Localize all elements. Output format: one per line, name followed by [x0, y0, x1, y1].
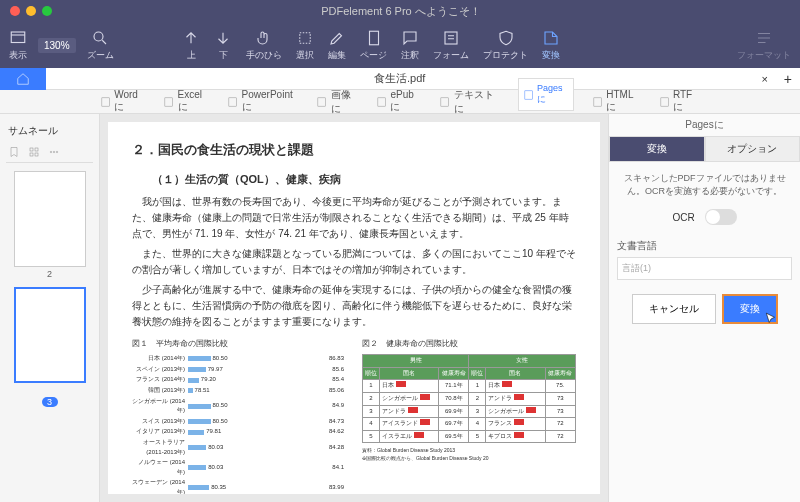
thumbnail-2[interactable] — [14, 171, 86, 267]
conv-epub[interactable]: ePubに — [376, 89, 421, 114]
svg-rect-0 — [11, 32, 25, 43]
new-tab[interactable]: + — [776, 71, 800, 87]
svg-rect-2 — [300, 32, 311, 43]
svg-rect-11 — [525, 90, 532, 98]
document-tab[interactable]: 食生活.pdf — [46, 71, 753, 86]
svg-rect-4 — [445, 32, 457, 44]
page-num-3: 3 — [42, 397, 58, 407]
svg-rect-15 — [35, 148, 38, 151]
lang-select[interactable]: 言語(1) — [617, 257, 792, 280]
svg-rect-13 — [661, 97, 668, 105]
grid-icon[interactable] — [28, 146, 40, 158]
panel-tab-convert[interactable]: 変換 — [609, 136, 705, 162]
conv-rtf[interactable]: RTFに — [659, 89, 700, 114]
cursor-icon — [764, 312, 778, 326]
page-num-2: 2 — [6, 269, 93, 279]
paragraph: また、世界的に大きな健康課題となっている肥満については、多くの国においてここ10… — [132, 246, 576, 278]
thumbnail-3[interactable] — [14, 287, 86, 383]
zoom-level[interactable]: 130% — [38, 38, 76, 53]
svg-rect-14 — [30, 148, 33, 151]
conv-excel[interactable]: Excelに — [163, 89, 209, 114]
cancel-button[interactable]: キャンセル — [632, 294, 716, 324]
home-button[interactable] — [0, 68, 46, 90]
conv-text[interactable]: テキストに — [439, 88, 500, 116]
panel-tab-options[interactable]: オプション — [705, 136, 801, 162]
conv-pages[interactable]: Pagesに — [518, 78, 574, 111]
svg-rect-3 — [369, 31, 378, 45]
note-button[interactable]: 注釈 — [398, 27, 422, 64]
svg-rect-5 — [102, 97, 109, 105]
svg-rect-8 — [318, 97, 325, 105]
bookmark-icon[interactable] — [8, 146, 20, 158]
conv-ppt[interactable]: PowerPointに — [227, 89, 298, 114]
window-title: PDFelement 6 Pro へようこそ！ — [62, 4, 740, 19]
svg-point-20 — [56, 151, 58, 153]
up-button[interactable]: 上 — [179, 27, 203, 64]
svg-point-1 — [94, 32, 103, 41]
convert-button[interactable]: 変換 — [539, 27, 563, 64]
hand-button[interactable]: 手のひら — [243, 27, 285, 64]
fig2-title: 図２ 健康寿命の国際比較 — [362, 338, 576, 351]
svg-rect-16 — [30, 153, 33, 156]
heading-2: ２．国民の食生活の現状と課題 — [132, 140, 576, 161]
heading-3: （１）生活の質（QOL）、健康、疾病 — [152, 171, 576, 189]
fig2-table: 男性女性順位国名健康寿命順位国名健康寿命1日本 71.1年1日本 75.2シンガ… — [362, 354, 576, 443]
protect-button[interactable]: プロテクト — [480, 27, 531, 64]
document-viewport[interactable]: ２．国民の食生活の現状と課題 （１）生活の質（QOL）、健康、疾病 我が国は、世… — [100, 114, 608, 502]
minimize-window[interactable] — [26, 6, 36, 16]
fig1-chart: 日本 (2014年)80.5086.83スペイン (2013年)79.9785.… — [132, 354, 346, 494]
more-icon[interactable] — [48, 146, 60, 158]
fig1-title: 図１ 平均寿命の国際比較 — [132, 338, 346, 351]
view-button[interactable]: 表示 — [6, 27, 30, 64]
page-button[interactable]: ページ — [357, 27, 390, 64]
down-button[interactable]: 下 — [211, 27, 235, 64]
close-tab[interactable]: × — [753, 73, 775, 85]
svg-rect-10 — [441, 97, 448, 105]
svg-rect-12 — [594, 97, 601, 105]
zoom-button[interactable]: ズーム — [84, 27, 117, 64]
conv-img[interactable]: 画像に — [316, 88, 358, 116]
form-button[interactable]: フォーム — [430, 27, 472, 64]
conv-html[interactable]: HTMLに — [592, 89, 641, 114]
paragraph: 少子高齢化が進展する中で、健康寿命の延伸を実現するには、子供の頃からの健全な食習… — [132, 282, 576, 330]
ocr-toggle[interactable] — [705, 209, 737, 225]
sidebar-title: サムネール — [6, 120, 93, 142]
paragraph: 我が国は、世界有数の長寿国であり、今後更に平均寿命が延びることが予測されています… — [132, 194, 576, 242]
convert-ok-button[interactable]: 変換 — [722, 294, 778, 324]
lang-label: 文書言語 — [617, 239, 792, 253]
conv-word[interactable]: Wordに — [100, 89, 145, 114]
svg-rect-7 — [229, 97, 236, 105]
maximize-window[interactable] — [42, 6, 52, 16]
panel-title: Pagesに — [609, 114, 800, 136]
close-window[interactable] — [10, 6, 20, 16]
svg-rect-17 — [35, 153, 38, 156]
ocr-label: OCR — [672, 212, 694, 223]
svg-rect-9 — [378, 97, 385, 105]
select-button[interactable]: 選択 — [293, 27, 317, 64]
svg-point-19 — [53, 151, 55, 153]
svg-point-18 — [50, 151, 52, 153]
edit-button[interactable]: 編集 — [325, 27, 349, 64]
ocr-message: スキャンしたPDFファイルではありません。OCRを実施する必要がないです。 — [617, 172, 792, 197]
svg-rect-6 — [165, 97, 172, 105]
fig2-source: 資料：Global Burden Disease Study 2013 ※国際比… — [362, 446, 576, 462]
format-button: フォーマット — [734, 27, 794, 64]
